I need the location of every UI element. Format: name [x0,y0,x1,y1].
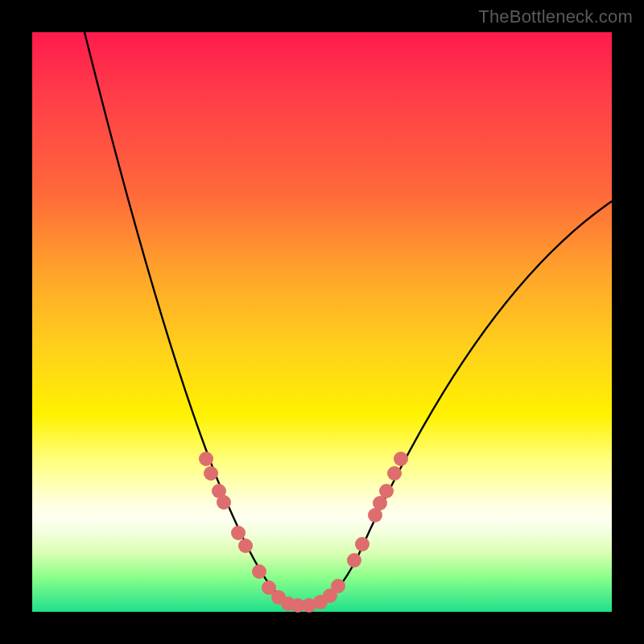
data-dot [199,452,213,466]
chart-frame: TheBottleneck.com [0,0,644,644]
data-dot [204,466,218,481]
data-dot [394,452,408,466]
plot-area [32,32,612,612]
data-dot [347,553,361,568]
data-dot [238,539,253,553]
curve-svg [32,32,612,612]
data-dot [387,466,402,481]
data-dot [217,495,231,510]
data-dot [379,484,394,498]
bottleneck-curve [85,32,612,605]
data-dot [252,564,266,579]
data-dots [199,452,408,613]
data-dot [331,579,345,593]
data-dot [355,537,369,551]
data-dot [231,526,246,540]
watermark-text: TheBottleneck.com [478,6,633,27]
